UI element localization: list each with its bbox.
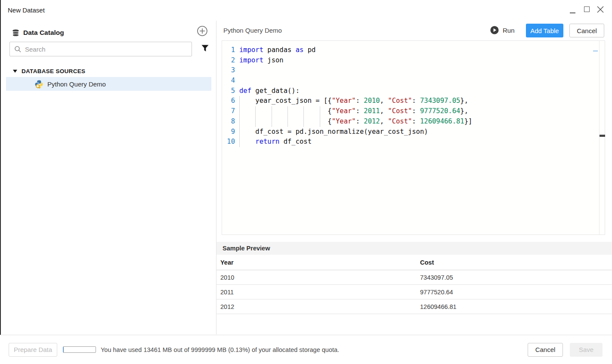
python-query-icon [34, 80, 43, 89]
table-row: 201212609466.81 [216, 299, 612, 314]
column-header-year: Year [216, 259, 420, 266]
indent-guide [239, 106, 240, 117]
code-text: {"Year": 2012, "Cost": 12609466.81}] [239, 117, 472, 127]
indent-guide [239, 117, 240, 127]
minimize-button[interactable] [566, 3, 578, 15]
indent-guide [287, 117, 288, 127]
save-button[interactable]: Save [570, 343, 603, 357]
code-line: 7 {"Year": 2011, "Cost": 9777520.64}, [222, 106, 599, 117]
close-button[interactable] [594, 3, 606, 15]
footer-cancel-button[interactable]: Cancel [528, 343, 563, 357]
filter-funnel-icon [201, 45, 209, 53]
code-line: 2import json [222, 56, 599, 66]
table-row: 20107343097.05 [216, 270, 612, 285]
code-line: 3 [222, 65, 599, 76]
line-number: 6 [222, 96, 235, 106]
line-number: 7 [222, 106, 235, 117]
table-row: 20119777520.64 [216, 285, 612, 299]
column-header-cost: Cost [420, 259, 612, 266]
close-icon [594, 3, 606, 15]
line-number: 2 [222, 56, 235, 66]
code-line: 10 return df_cost [222, 137, 599, 147]
indent-guide [303, 117, 304, 127]
code-line: 1import pandas as pd [222, 45, 599, 56]
sample-preview-header: Sample Preview [216, 242, 612, 255]
maximize-button[interactable] [581, 3, 593, 15]
indent-guide [239, 137, 240, 147]
sidebar-item-python-query-demo[interactable]: Python Query Demo [6, 77, 211, 91]
prepare-data-button[interactable]: Prepare Data [9, 343, 57, 357]
overview-ruler-mark [593, 50, 598, 52]
indent-guide [272, 117, 272, 127]
titlebar: New Dataset [1, 0, 612, 21]
preview-table-body: 20107343097.0520119777520.64201212609466… [216, 270, 612, 314]
code-editor[interactable]: 1import pandas as pd2import json345def g… [222, 40, 605, 235]
code-line: 8 {"Year": 2012, "Cost": 12609466.81}] [222, 117, 599, 127]
code-text: import json [239, 56, 284, 66]
cell-cost: 9777520.64 [420, 289, 612, 296]
catalog-title: Data Catalog [23, 29, 64, 37]
cell-cost: 12609466.81 [420, 303, 612, 310]
maximize-icon [584, 6, 590, 12]
run-button[interactable]: Run [490, 26, 515, 34]
cell-year: 2010 [216, 274, 420, 281]
storage-progress-bar [63, 346, 96, 353]
dialog-footer: Prepare Data You have used 13461 MB out … [0, 335, 612, 364]
code-text: {"Year": 2011, "Cost": 9777520.64}, [239, 106, 468, 117]
indent-guide [320, 106, 320, 117]
sidebar-section-database-sources[interactable]: DATABASE SOURCES [13, 65, 85, 77]
database-icon [12, 29, 19, 37]
code-text: def get_data(): [239, 86, 300, 96]
add-table-button[interactable]: Add Table [526, 24, 563, 37]
search-icon [14, 46, 22, 53]
plus-circle-icon [197, 25, 208, 37]
indent-guide [255, 106, 256, 117]
section-label: DATABASE SOURCES [22, 68, 85, 74]
storage-quota-text: You have used 13461 MB out of 9999999 MB… [101, 346, 339, 353]
code-text: df_cost = pd.json_normalize(year_cost_js… [239, 127, 428, 137]
scrollbar-thumb[interactable] [600, 135, 605, 137]
code-text: import pandas as pd [239, 45, 315, 56]
sample-preview-title: Sample Preview [223, 245, 270, 252]
code-line: 5def get_data(): [222, 86, 599, 96]
query-panel: Python Query Demo Run Add Table Cancel 1… [216, 21, 612, 334]
table-header-row: Year Cost [216, 255, 612, 270]
line-number: 5 [222, 86, 235, 96]
indent-guide [272, 106, 272, 117]
indent-guide [287, 106, 288, 117]
code-line: 6 year_cost_json = [{"Year": 2010, "Cost… [222, 96, 599, 106]
sample-preview-table: Year Cost 20107343097.0520119777520.6420… [216, 255, 612, 314]
line-number: 3 [222, 65, 235, 76]
cell-year: 2012 [216, 303, 420, 310]
filter-button[interactable] [200, 44, 210, 55]
code-text: year_cost_json = [{"Year": 2010, "Cost":… [239, 96, 468, 106]
code-text: return df_cost [239, 137, 312, 147]
cell-year: 2011 [216, 289, 420, 296]
line-number: 4 [222, 76, 235, 86]
line-number: 8 [222, 117, 235, 127]
cell-cost: 7343097.05 [420, 274, 612, 281]
play-icon [490, 26, 499, 34]
add-source-button[interactable] [196, 25, 209, 38]
catalog-header: Data Catalog [12, 25, 64, 40]
sidebar-item-label: Python Query Demo [47, 80, 106, 88]
data-catalog-panel: Data Catalog DATABASE SOURCES [1, 21, 216, 334]
line-number: 1 [222, 45, 235, 56]
query-cancel-button[interactable]: Cancel [569, 24, 604, 37]
line-number: 9 [222, 127, 235, 137]
code-lines: 1import pandas as pd2import json345def g… [222, 41, 599, 234]
indent-guide [255, 117, 256, 127]
indent-guide [320, 117, 320, 127]
indent-guide [303, 106, 304, 117]
code-line: 9 df_cost = pd.json_normalize(year_cost_… [222, 127, 599, 137]
editor-scrollbar[interactable] [599, 41, 605, 234]
window-title: New Dataset [8, 6, 45, 14]
indent-guide [239, 96, 240, 106]
collapse-caret-icon [13, 70, 17, 73]
query-title: Python Query Demo [223, 27, 282, 34]
search-input[interactable] [22, 46, 192, 53]
code-line: 4 [222, 76, 599, 86]
run-label: Run [503, 27, 515, 34]
line-number: 10 [222, 137, 235, 147]
new-dataset-dialog: New Dataset Data Catalog [0, 0, 612, 364]
